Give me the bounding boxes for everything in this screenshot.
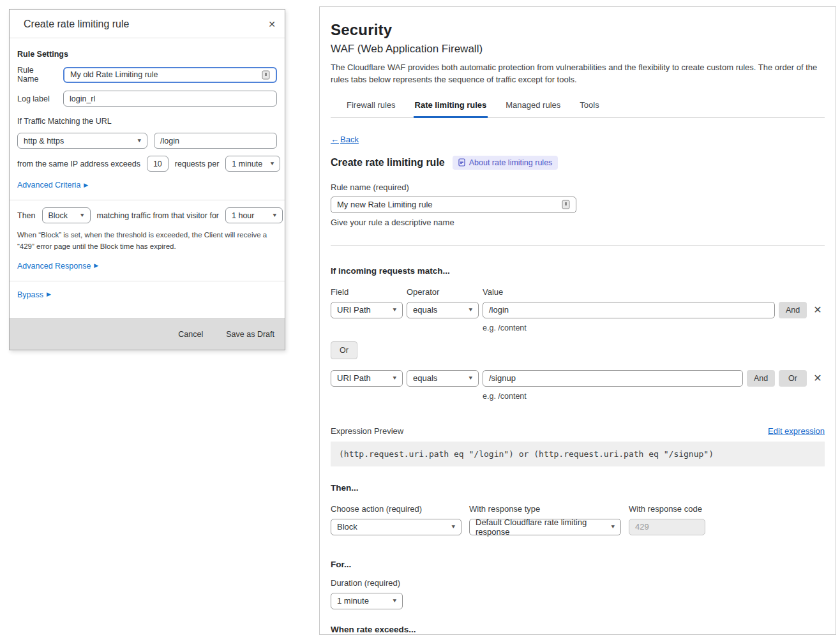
then-label: Then: [17, 211, 36, 220]
dialog-body: Rule Settings Rule Name My old Rate Limi…: [10, 38, 285, 308]
remove-condition-icon-1[interactable]: ✕: [811, 304, 825, 316]
threshold-input[interactable]: 10: [147, 156, 169, 172]
value-input-2[interactable]: /signup: [483, 370, 743, 387]
rule-name-input[interactable]: My old Rate Limiting rule: [63, 67, 277, 83]
back-arrow-icon: ←: [331, 135, 339, 144]
choose-action-select[interactable]: Block ▾: [331, 519, 461, 535]
tab-firewall-rules[interactable]: Firewall rules: [345, 96, 397, 118]
divider: [10, 200, 285, 200]
and-button-2[interactable]: And: [747, 370, 775, 387]
caret-down-icon: ▾: [469, 375, 472, 381]
value-value-1: /login: [489, 305, 509, 315]
rule-name-value: My new Rate Limiting rule: [337, 200, 433, 209]
rule-name-value: My old Rate Limiting rule: [70, 70, 158, 79]
value-label: Value: [483, 287, 825, 297]
advanced-response-link[interactable]: Advanced Response ▶: [17, 262, 98, 271]
operator-select-1[interactable]: equals ▾: [407, 302, 479, 318]
field-value-1: URI Path: [337, 305, 371, 315]
and-button-1[interactable]: And: [779, 302, 807, 318]
choose-action-label: Choose action (required): [331, 504, 461, 514]
threshold-prefix-label: from the same IP address exceeds: [17, 160, 140, 168]
caret-down-icon: ▾: [137, 138, 141, 144]
divider: [331, 245, 825, 246]
or-button-standalone[interactable]: Or: [331, 341, 357, 359]
save-as-draft-button[interactable]: Save as Draft: [226, 330, 274, 339]
operator-value-1: equals: [413, 305, 437, 315]
expression-header: Expression Preview Edit expression: [331, 426, 825, 436]
create-rate-limiting-rule-dialog: Create rate limiting rule ✕ Rule Setting…: [9, 9, 285, 350]
condition-row-1: URI Path ▾ equals ▾ /login And ✕ e.g. /c…: [331, 302, 825, 332]
page-subtitle: WAF (Web Application Firewall): [331, 43, 825, 56]
period-select[interactable]: 1 minute ▾: [225, 156, 280, 172]
advanced-criteria-label: Advanced Criteria: [17, 181, 80, 190]
action-value: Block: [49, 211, 68, 220]
url-value: /login: [160, 137, 179, 145]
response-code-input: 429: [629, 519, 705, 535]
rule-name-label: Rule Name: [17, 66, 57, 84]
remove-condition-icon-2[interactable]: ✕: [811, 372, 825, 384]
response-type-select[interactable]: Default Cloudflare rate limiting respons…: [469, 519, 621, 535]
dialog-footer: Cancel Save as Draft: [10, 318, 285, 350]
value-input-1[interactable]: /login: [483, 302, 775, 318]
field-value-2: URI Path: [337, 373, 371, 383]
caret-down-icon: ▾: [271, 161, 274, 167]
incoming-requests-heading: If incoming requests match...: [331, 266, 825, 276]
rule-name-input[interactable]: My new Rate Limiting rule: [331, 197, 576, 213]
security-waf-panel: Security WAF (Web Application Firewall) …: [319, 6, 836, 635]
autofill-icon: [562, 200, 570, 209]
scheme-select[interactable]: http & https ▾: [17, 133, 147, 149]
cancel-button[interactable]: Cancel: [178, 330, 203, 339]
block-duration-select[interactable]: 1 hour ▾: [225, 207, 283, 223]
rate-exceeds-heading: When rate exceeds...: [331, 625, 825, 634]
rule-settings-heading: Rule Settings: [17, 50, 277, 59]
url-input[interactable]: /login: [154, 133, 277, 149]
chevron-right-icon: ▶: [84, 182, 88, 188]
dialog-header: Create rate limiting rule ✕: [10, 10, 285, 38]
about-badge-label: About rate limiting rules: [469, 158, 553, 167]
caret-down-icon: ▾: [393, 598, 396, 604]
response-type-value: Default Cloudflare rate limiting respons…: [476, 517, 607, 537]
advanced-response-label: Advanced Response: [17, 262, 91, 271]
scheme-value: http & https: [24, 137, 64, 145]
or-button-2[interactable]: Or: [779, 370, 807, 387]
threshold-row: from the same IP address exceeds 10 requ…: [17, 156, 277, 172]
caret-down-icon: ▾: [393, 375, 396, 381]
close-icon[interactable]: ✕: [268, 20, 276, 29]
then-controls: Choose action (required) Block ▾ With re…: [331, 504, 825, 535]
action-select[interactable]: Block ▾: [42, 207, 91, 223]
log-label-input[interactable]: login_rl: [63, 91, 277, 107]
caret-down-icon: ▾: [393, 307, 396, 313]
caret-down-icon: ▾: [273, 212, 276, 218]
operator-select-2[interactable]: equals ▾: [407, 370, 479, 387]
waf-tabs: Firewall rules Rate limiting rules Manag…: [331, 96, 825, 118]
then-row: Then Block ▾ matching traffic from that …: [17, 207, 277, 223]
then-heading: Then...: [331, 483, 825, 493]
field-select-1[interactable]: URI Path ▾: [331, 302, 403, 318]
expression-preview-label: Expression Preview: [331, 426, 403, 436]
chevron-right-icon: ▶: [47, 292, 51, 297]
autofill-icon: [262, 70, 270, 80]
tab-rate-limiting-rules[interactable]: Rate limiting rules: [414, 96, 488, 118]
tab-managed-rules[interactable]: Managed rules: [504, 96, 562, 118]
document-icon: [458, 158, 465, 167]
caret-down-icon: ▾: [611, 524, 615, 530]
threshold-value: 10: [153, 160, 162, 168]
value-hint-2: e.g. /content: [483, 392, 527, 401]
field-select-2[interactable]: URI Path ▾: [331, 370, 403, 387]
tab-tools[interactable]: Tools: [578, 96, 600, 118]
bypass-link[interactable]: Bypass ▶: [17, 290, 51, 299]
about-rate-limiting-badge[interactable]: About rate limiting rules: [453, 156, 559, 170]
back-link[interactable]: ←Back: [331, 135, 359, 144]
duration-select[interactable]: 1 minute ▾: [331, 593, 403, 609]
choose-action-value: Block: [337, 522, 357, 532]
operator-label: Operator: [407, 287, 479, 297]
response-code-label: With response code: [629, 504, 705, 514]
condition-column-labels: Field Operator Value: [331, 287, 825, 297]
advanced-criteria-link[interactable]: Advanced Criteria ▶: [17, 181, 88, 190]
edit-expression-link[interactable]: Edit expression: [768, 426, 825, 436]
response-code-group: With response code 429: [629, 504, 705, 535]
response-code-value: 429: [635, 522, 649, 532]
matching-traffic-label: matching traffic from that visitor for: [97, 211, 220, 220]
page-title: Security: [331, 21, 825, 39]
rule-name-help: Give your rule a descriptive name: [331, 218, 825, 227]
